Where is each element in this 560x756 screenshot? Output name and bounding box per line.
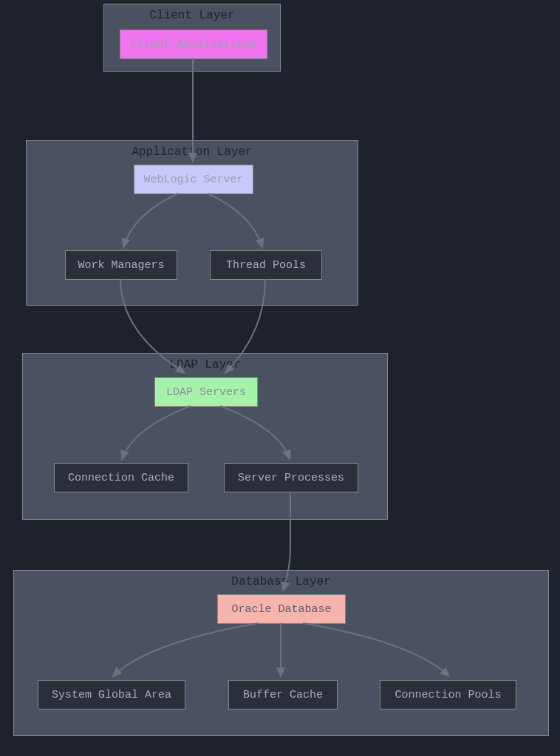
node-system-global-area: System Global Area bbox=[38, 680, 185, 709]
cluster-client-layer: Client Layer Client Applications bbox=[103, 4, 281, 72]
node-label: Connection Cache bbox=[68, 472, 174, 484]
node-label: Work Managers bbox=[78, 259, 164, 272]
node-oracle-database: Oracle Database bbox=[217, 594, 346, 624]
node-thread-pools: Thread Pools bbox=[210, 250, 322, 280]
node-label: Client Applications bbox=[130, 38, 256, 51]
cluster-application-layer: Application Layer WebLogic Server Work M… bbox=[26, 140, 358, 306]
cluster-database-layer: Database Layer Oracle Database System Gl… bbox=[13, 570, 549, 736]
node-label: Thread Pools bbox=[226, 259, 306, 272]
node-label: System Global Area bbox=[52, 689, 171, 701]
node-weblogic-server: WebLogic Server bbox=[134, 165, 253, 194]
node-work-managers: Work Managers bbox=[65, 250, 177, 280]
node-server-processes: Server Processes bbox=[224, 463, 358, 492]
node-client-applications: Client Applications bbox=[120, 30, 267, 59]
node-connection-cache: Connection Cache bbox=[54, 463, 188, 492]
node-label: Connection Pools bbox=[395, 689, 501, 701]
node-label: Oracle Database bbox=[231, 603, 331, 616]
cluster-database-title: Database Layer bbox=[14, 575, 548, 588]
cluster-client-title: Client Layer bbox=[104, 9, 280, 22]
cluster-application-title: Application Layer bbox=[27, 145, 358, 159]
node-label: WebLogic Server bbox=[143, 173, 243, 186]
node-connection-pools: Connection Pools bbox=[380, 680, 516, 709]
cluster-ldap-layer: LDAP Layer LDAP Servers Connection Cache… bbox=[22, 353, 388, 520]
node-label: LDAP Servers bbox=[166, 386, 246, 399]
node-label: Buffer Cache bbox=[243, 689, 323, 701]
cluster-ldap-title: LDAP Layer bbox=[23, 358, 387, 371]
node-ldap-servers: LDAP Servers bbox=[154, 377, 258, 407]
node-buffer-cache: Buffer Cache bbox=[228, 680, 338, 709]
node-label: Server Processes bbox=[238, 472, 344, 484]
